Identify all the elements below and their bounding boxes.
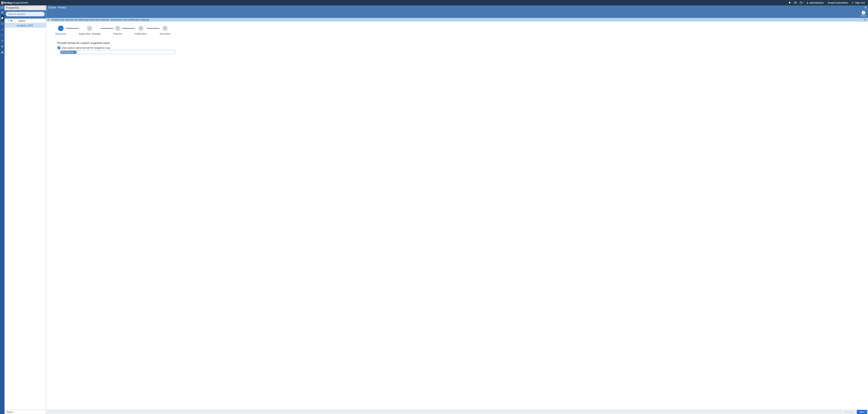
step-label: Policies — [114, 32, 122, 35]
step-summary[interactable]: 5 Summary — [160, 26, 170, 35]
step-connector — [101, 28, 114, 29]
custom-name-label: Use custom name format for Snapshot copy — [62, 46, 111, 49]
previous-button: Previous — [841, 410, 856, 414]
form-title: Provide format for custom snapshot name — [57, 41, 182, 45]
step-number: 5 — [162, 26, 168, 31]
step-label: Resource — [55, 32, 66, 35]
list-item[interactable]: postgres_5432 — [4, 23, 46, 28]
brand-mark: n — [1, 2, 3, 4]
notifications-icon[interactable] — [786, 0, 793, 5]
snapshot-name-form: Provide format for custom snapshot name … — [46, 35, 182, 54]
top-header: n NetApp SnapCenter® ▾ administrator Sna… — [0, 0, 868, 5]
svg-point-12 — [2, 45, 2, 46]
main-area: Cluster - Protect ✕ i Details i Protect … — [46, 5, 868, 414]
info-bar: i Protect the resource by selecting prot… — [46, 18, 868, 22]
svg-point-1 — [801, 3, 801, 3]
wizard-content: 1 Resource 2 Application Settings 3 Poli… — [46, 22, 868, 410]
admin-label: SnapCenterAdmin — [828, 1, 848, 4]
total-count: Total 1 — [6, 411, 13, 413]
step-label: Notification — [135, 32, 147, 35]
step-label: Summary — [160, 32, 170, 35]
brand-logo: n NetApp SnapCenter® — [1, 1, 28, 4]
rail-alerts-icon[interactable] — [0, 49, 4, 55]
resource-footer: Total 1 — [4, 410, 46, 414]
search-wrap — [4, 10, 46, 19]
user-label: administrator — [809, 1, 824, 4]
snapshot-name-input[interactable]: $HostName × — [60, 50, 175, 54]
step-number: 4 — [138, 26, 144, 31]
info-close-icon[interactable]: ✕ — [864, 18, 866, 21]
details-label: Details — [861, 15, 866, 17]
step-number: 3 — [115, 26, 120, 31]
step-connector — [147, 28, 160, 29]
signout-label: Sign Out — [855, 1, 865, 4]
mail-icon[interactable] — [793, 0, 798, 5]
step-connector — [122, 28, 135, 29]
nav-rail — [0, 5, 4, 414]
step-app-settings[interactable]: 2 Application Settings — [79, 26, 101, 35]
svg-point-7 — [2, 34, 2, 34]
svg-point-14 — [2, 47, 2, 47]
app-name: SnapCenter® — [13, 1, 28, 4]
rail-reports-icon[interactable] — [0, 27, 4, 32]
wizard-footer: Previous Next — [46, 410, 868, 414]
breadcrumb: Cluster - Protect — [48, 6, 66, 9]
tag-text: $HostName — [61, 51, 73, 54]
close-icon[interactable]: ✕ — [864, 6, 867, 9]
details-button[interactable]: i Details — [861, 11, 866, 17]
help-icon[interactable]: ▾ — [798, 0, 804, 5]
rail-resources-icon[interactable] — [0, 15, 4, 21]
user-menu[interactable]: administrator — [804, 0, 826, 5]
info-icon-small: i — [48, 19, 49, 21]
plugin-label: PostgreSQL — [6, 6, 20, 9]
step-number: 1 — [58, 26, 63, 31]
svg-rect-3 — [2, 11, 3, 12]
svg-rect-5 — [2, 13, 3, 13]
step-policies[interactable]: 3 Policies — [114, 26, 122, 35]
next-button[interactable]: Next — [857, 410, 867, 414]
step-notification[interactable]: 4 Notification — [135, 26, 147, 35]
rail-settings-icon[interactable] — [0, 43, 4, 49]
step-number: 2 — [87, 26, 92, 31]
top-right-controls: ▾ administrator SnapCenterAdmin Sign Out — [786, 0, 867, 5]
breadcrumb-bar: Cluster - Protect ✕ i Details — [46, 5, 868, 18]
svg-point-13 — [2, 46, 3, 47]
resource-name[interactable]: postgres_5432 — [16, 24, 33, 27]
sort-control[interactable] — [4, 20, 16, 22]
resource-list: postgres_5432 — [4, 23, 46, 410]
rail-monitor-icon[interactable] — [0, 21, 4, 27]
plugin-selector-row: PostgreSQL ▾ — [4, 5, 46, 10]
list-header: Name — [4, 19, 46, 23]
wizard-steps: 1 Resource 2 Application Settings 3 Poli… — [46, 26, 868, 35]
step-label: Application Settings — [79, 32, 101, 35]
tag-remove-icon[interactable]: × — [74, 51, 75, 53]
custom-name-checkbox[interactable] — [58, 46, 60, 49]
rail-hosts-icon[interactable] — [0, 32, 4, 38]
step-connector — [66, 28, 79, 29]
svg-rect-4 — [1, 13, 2, 13]
hostname-tag[interactable]: $HostName × — [61, 51, 76, 54]
svg-rect-2 — [1, 11, 2, 12]
info-text: Protect the resource by selecting protec… — [52, 19, 150, 21]
search-input[interactable] — [6, 12, 45, 16]
column-name[interactable]: Name — [16, 20, 25, 22]
plugin-dropdown-icon[interactable]: ▾ — [21, 6, 24, 9]
rail-expand-icon[interactable] — [0, 5, 4, 9]
brand-word: NetApp — [4, 1, 12, 4]
svg-rect-10 — [1, 40, 2, 41]
rail-storage-icon[interactable] — [0, 38, 4, 43]
rail-dashboard-icon[interactable] — [0, 9, 4, 15]
resource-panel: PostgreSQL ▾ Name postgres_5432 Total 1 — [4, 5, 46, 414]
info-icon: i — [862, 11, 865, 14]
admin-link[interactable]: SnapCenterAdmin — [826, 0, 850, 5]
step-resource[interactable]: 1 Resource — [55, 26, 66, 35]
signout-link[interactable]: Sign Out — [850, 0, 867, 5]
